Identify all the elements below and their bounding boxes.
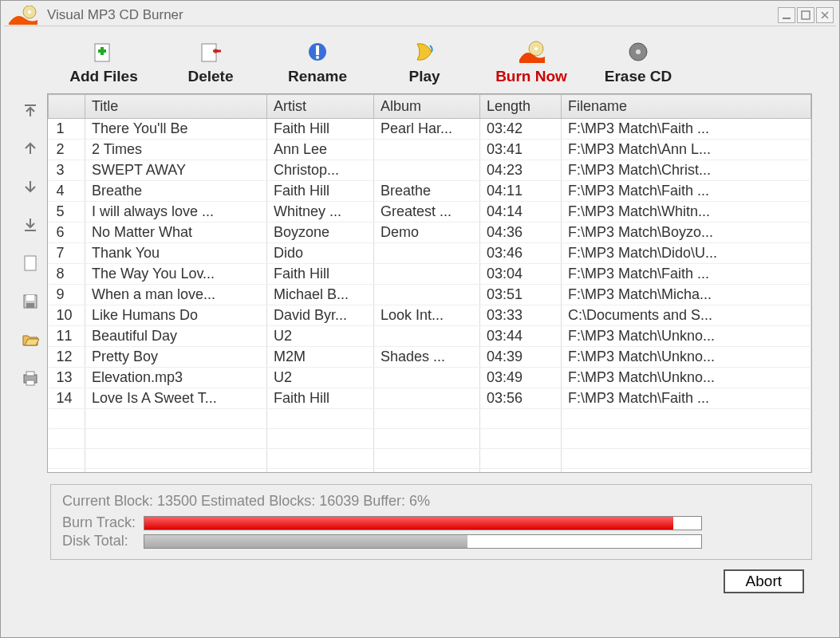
column-header[interactable]: Title — [85, 95, 267, 119]
cell[interactable]: 04:23 — [480, 160, 562, 181]
cell[interactable]: Faith Hill — [267, 388, 374, 409]
cell[interactable]: F:\MP3 Match\Ann L... — [562, 140, 811, 160]
rename-button[interactable]: Rename — [282, 39, 353, 85]
minimize-button[interactable] — [778, 7, 795, 23]
new-list-button[interactable] — [20, 254, 41, 275]
cell[interactable]: 5 — [49, 202, 85, 223]
cell[interactable]: 9 — [49, 285, 85, 305]
table-row[interactable]: 9When a man love...Michael B...03:51F:\M… — [49, 285, 811, 305]
cell[interactable]: 03:42 — [480, 119, 562, 140]
cell[interactable]: F:\MP3 Match\Dido\U... — [562, 243, 811, 264]
cell[interactable]: The Way You Lov... — [85, 264, 267, 285]
move-up-button[interactable] — [20, 140, 41, 160]
table-row[interactable]: 3SWEPT AWAYChristop...04:23F:\MP3 Match\… — [49, 160, 811, 181]
cell[interactable]: 04:39 — [480, 347, 562, 368]
table-row[interactable]: 8The Way You Lov...Faith Hill03:04F:\MP3… — [49, 264, 811, 285]
cell[interactable]: 3 — [49, 160, 85, 181]
play-button[interactable]: Play — [388, 39, 460, 85]
cell[interactable]: Faith Hill — [267, 181, 374, 202]
cell[interactable]: Faith Hill — [267, 264, 374, 285]
table-row[interactable]: 22 TimesAnn Lee03:41F:\MP3 Match\Ann L..… — [49, 140, 811, 160]
cell[interactable]: Greatest ... — [374, 202, 480, 223]
add-files-button[interactable]: Add Files — [68, 39, 140, 85]
cell[interactable] — [374, 264, 480, 285]
save-list-button[interactable] — [20, 293, 41, 313]
cell[interactable]: Breathe — [374, 181, 480, 202]
cell[interactable]: F:\MP3 Match\Micha... — [562, 285, 811, 305]
cell[interactable]: Christop... — [267, 160, 374, 181]
titlebar[interactable]: Visual MP3 CD Burner — [4, 4, 836, 26]
cell[interactable]: When a man love... — [85, 285, 267, 305]
cell[interactable]: 14 — [49, 388, 85, 409]
cell[interactable]: Pretty Boy — [85, 347, 267, 368]
column-header[interactable]: Length — [480, 95, 562, 119]
cell[interactable] — [374, 285, 480, 305]
table-row[interactable]: 7Thank YouDido03:46F:\MP3 Match\Dido\U..… — [49, 243, 811, 264]
cell[interactable]: 8 — [49, 264, 85, 285]
cell[interactable]: 03:49 — [480, 368, 562, 388]
table-row[interactable]: 1There You'll BeFaith HillPearl Har...03… — [49, 119, 811, 140]
cell[interactable]: F:\MP3 Match\Christ... — [562, 160, 811, 181]
cell[interactable]: F:\MP3 Match\Unkno... — [562, 347, 811, 368]
cell[interactable]: There You'll Be — [85, 119, 267, 140]
cell[interactable]: C:\Documents and S... — [562, 305, 811, 326]
cell[interactable]: Michael B... — [267, 285, 374, 305]
cell[interactable]: M2M — [267, 347, 374, 368]
cell[interactable]: F:\MP3 Match\Boyzo... — [562, 223, 811, 243]
cell[interactable]: 4 — [49, 181, 85, 202]
cell[interactable] — [374, 140, 480, 160]
cell[interactable]: 12 — [49, 347, 85, 368]
cell[interactable]: 03:51 — [480, 285, 562, 305]
cell[interactable]: U2 — [267, 326, 374, 347]
cell[interactable]: Whitney ... — [267, 202, 374, 223]
abort-button[interactable]: Abort — [724, 569, 804, 593]
table-row[interactable]: 6No Matter WhatBoyzoneDemo04:36F:\MP3 Ma… — [49, 223, 811, 243]
cell[interactable]: Boyzone — [267, 223, 374, 243]
cell[interactable]: Demo — [374, 223, 480, 243]
cell[interactable]: 6 — [49, 223, 85, 243]
cell[interactable]: 03:33 — [480, 305, 562, 326]
maximize-button[interactable] — [797, 7, 814, 23]
cell[interactable]: Love Is A Sweet T... — [85, 388, 267, 409]
cell[interactable]: Faith Hill — [267, 119, 374, 140]
cell[interactable]: F:\MP3 Match\Whitn... — [562, 202, 811, 223]
cell[interactable]: U2 — [267, 368, 374, 388]
cell[interactable]: 03:56 — [480, 388, 562, 409]
cell[interactable]: 03:44 — [480, 326, 562, 347]
move-bottom-button[interactable] — [20, 216, 41, 237]
cell[interactable]: 1 — [49, 119, 85, 140]
table-row[interactable]: 11Beautiful DayU203:44F:\MP3 Match\Unkno… — [49, 326, 811, 347]
table-row[interactable]: 5I will always love ...Whitney ...Greate… — [49, 202, 811, 223]
cell[interactable]: David Byr... — [267, 305, 374, 326]
table-row[interactable]: 4BreatheFaith HillBreathe04:11F:\MP3 Mat… — [49, 181, 811, 202]
cell[interactable]: Breathe — [85, 181, 267, 202]
table-row[interactable]: 12Pretty BoyM2MShades ...04:39F:\MP3 Mat… — [49, 347, 811, 368]
cell[interactable] — [374, 388, 480, 409]
open-list-button[interactable] — [20, 331, 41, 352]
cell[interactable] — [374, 368, 480, 388]
track-table[interactable]: TitleArtistAlbumLengthFilename 1There Yo… — [48, 94, 811, 473]
cell[interactable]: 03:04 — [480, 264, 562, 285]
cell[interactable]: SWEPT AWAY — [85, 160, 267, 181]
column-header[interactable] — [49, 95, 85, 119]
cell[interactable]: 10 — [49, 305, 85, 326]
cell[interactable]: F:\MP3 Match\Faith ... — [562, 388, 811, 409]
cell[interactable]: 04:11 — [480, 181, 562, 202]
cell[interactable]: No Matter What — [85, 223, 267, 243]
cell[interactable]: F:\MP3 Match\Faith ... — [562, 119, 811, 140]
delete-button[interactable]: Delete — [175, 39, 246, 85]
move-top-button[interactable] — [20, 101, 41, 122]
burn-now-button[interactable]: Burn Now — [495, 39, 567, 85]
cell[interactable] — [374, 243, 480, 264]
table-row[interactable]: 10Like Humans DoDavid Byr...Look Int...0… — [49, 305, 811, 326]
cell[interactable]: Thank You — [85, 243, 267, 264]
erase-cd-button[interactable]: Erase CD — [602, 39, 674, 85]
cell[interactable]: Shades ... — [374, 347, 480, 368]
table-body[interactable]: 1There You'll BeFaith HillPearl Har...03… — [49, 119, 811, 474]
cell[interactable] — [374, 326, 480, 347]
close-button[interactable] — [816, 7, 834, 23]
cell[interactable]: I will always love ... — [85, 202, 267, 223]
column-header[interactable]: Album — [374, 95, 480, 119]
cell[interactable]: Look Int... — [374, 305, 480, 326]
cell[interactable] — [374, 160, 480, 181]
